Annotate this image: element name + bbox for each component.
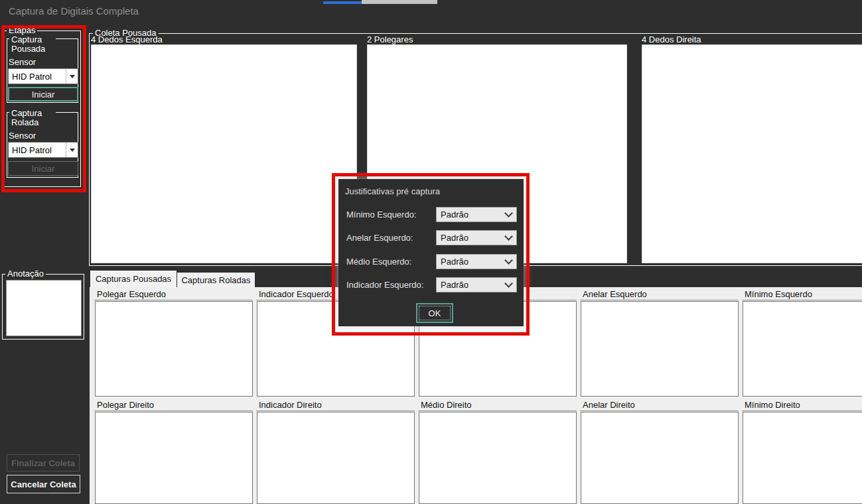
anotacao-group-label: Anotação — [5, 269, 46, 279]
dialog-ok-button[interactable]: OK — [416, 303, 453, 323]
sensor-rolada-label: Sensor — [9, 131, 36, 141]
sensor-pousada-label: Sensor — [9, 57, 36, 67]
panel-label-2-polegares: 2 Polegares — [367, 34, 413, 44]
finger-label-anelar-direito: Anelar Direito — [580, 400, 739, 411]
panel-label-4-dedos-direita: 4 Dedos Direita — [642, 34, 701, 44]
finger-box-indicador-direito — [257, 412, 415, 504]
dialog-select-anelar-esquerdo[interactable]: Padrão — [436, 230, 517, 245]
etapas-group-label: Etapas — [7, 26, 37, 35]
dialog-select-indicador-esquerdo-value: Padrão — [437, 280, 506, 290]
dialog-select-minimo-esquerdo[interactable]: Padrão — [436, 207, 517, 222]
dropdown-arrow-icon[interactable] — [66, 69, 78, 84]
captura-pousada-group-label: Captura Pousada — [9, 35, 56, 54]
top-accent-blue — [323, 1, 362, 4]
dialog-label-anelar-esquerdo: Anelar Esquerdo: — [346, 233, 413, 243]
finger-label-polegar-direito: Polegar Direito — [94, 400, 253, 411]
iniciar-rolada-button: Iniciar — [8, 161, 78, 176]
finger-box-minimo-direito — [743, 412, 862, 504]
dialog-select-indicador-esquerdo[interactable]: Padrão — [436, 277, 517, 292]
dialog-title: Justificativas pré captura — [345, 186, 440, 196]
chevron-down-icon — [504, 279, 513, 288]
finger-box-polegar-esquerdo — [95, 301, 253, 397]
chevron-down-icon — [504, 256, 513, 265]
capture-panel-4-dedos-direita — [642, 44, 862, 263]
chevron-down-icon — [504, 209, 513, 218]
finalizar-coleta-button: Finalizar Coleta — [7, 454, 80, 472]
finger-label-anelar-esquerdo: Anelar Esquerdo — [580, 289, 739, 300]
tab-capturas-pousadas[interactable]: Capturas Pousadas — [90, 271, 177, 287]
sensor-rolada-select[interactable]: HID Patrol — [8, 142, 78, 158]
captura-rolada-group-label: Captura Rolada — [9, 109, 56, 127]
finger-box-anelar-direito — [581, 412, 739, 504]
finger-box-minimo-esquerdo — [743, 301, 862, 397]
dialog-select-minimo-esquerdo-value: Padrão — [437, 210, 506, 220]
tab-capturas-roladas[interactable]: Capturas Roladas — [177, 273, 255, 287]
dialog-label-minimo-esquerdo: Mínimo Esquerdo: — [346, 210, 417, 220]
anotacao-textarea[interactable] — [6, 280, 82, 336]
window-title: Captura de Digitais Completa — [9, 5, 139, 17]
finger-label-polegar-esquerdo: Polegar Esquerdo — [94, 289, 253, 300]
dialog-select-medio-esquerdo[interactable]: Padrão — [436, 254, 517, 269]
panel-label-4-dedos-esquerda: 4 Dedos Esquerda — [91, 34, 163, 44]
finger-box-anelar-esquerdo — [581, 301, 739, 397]
dialog-select-anelar-esquerdo-value: Padrão — [437, 233, 506, 243]
capture-panel-4-dedos-esquerda — [91, 44, 357, 263]
cancelar-coleta-button[interactable]: Cancelar Coleta — [7, 475, 80, 493]
finger-box-polegar-direito — [95, 412, 253, 504]
dropdown-arrow-icon[interactable] — [66, 143, 78, 157]
finger-label-minimo-direito: Mínimo Direito — [742, 400, 862, 411]
chevron-down-icon — [504, 232, 513, 241]
dialog-select-medio-esquerdo-value: Padrão — [437, 257, 506, 267]
top-accent-gray — [362, 0, 437, 4]
finger-label-medio-direito: Médio Direito — [418, 400, 577, 411]
finger-box-medio-direito — [419, 412, 577, 504]
dialog-label-indicador-esquerdo: Indicador Esquerdo: — [346, 280, 423, 290]
finger-label-indicador-direito: Indicador Direito — [256, 400, 415, 411]
sensor-rolada-value: HID Patrol — [9, 143, 66, 157]
app-window: Captura de Digitais Completa Etapas Capt… — [0, 0, 862, 504]
sensor-pousada-value: HID Patrol — [9, 69, 66, 84]
sensor-pousada-select[interactable]: HID Patrol — [8, 68, 78, 84]
finger-label-minimo-esquerdo: Mínimo Esquerdo — [742, 289, 862, 300]
dialog-label-medio-esquerdo: Médio Esquerdo: — [346, 257, 411, 267]
justificativas-dialog: Justificativas pré captura Mínimo Esquer… — [338, 179, 524, 326]
iniciar-pousada-button[interactable]: Iniciar — [8, 87, 78, 101]
